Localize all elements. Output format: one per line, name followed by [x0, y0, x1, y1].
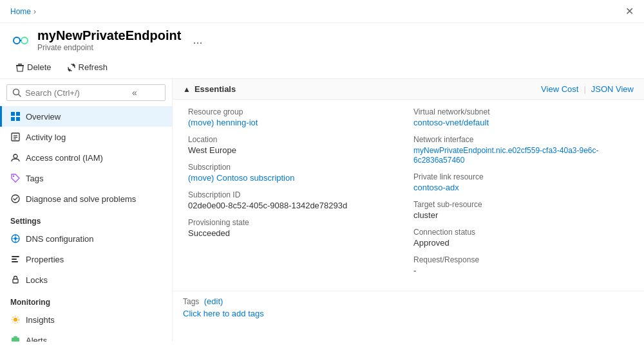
refresh-button[interactable]: Refresh — [62, 60, 113, 75]
view-cost-link[interactable]: View Cost — [541, 84, 578, 94]
field-virtual-network: Virtual network/subnet contoso-vnet/defa… — [413, 107, 629, 127]
virtual-network-value: contoso-vnet/default — [413, 118, 629, 127]
request-response-value: - — [413, 266, 629, 275]
breadcrumb-separator: › — [33, 7, 36, 16]
refresh-label: Refresh — [79, 62, 108, 72]
resource-group-link[interactable]: henning-iot — [216, 118, 258, 127]
svg-rect-28 — [12, 338, 19, 341]
sidebar-item-alerts[interactable]: Alerts — [0, 330, 172, 341]
sidebar-item-diagnose[interactable]: Diagnose and solve problems — [0, 188, 172, 209]
svg-rect-24 — [12, 261, 18, 262]
tags-section: Tags (edit) Click here to add tags — [173, 291, 644, 326]
location-value: West Europe — [188, 145, 403, 155]
essentials-label: Essentials — [194, 84, 236, 94]
svg-point-15 — [14, 154, 17, 158]
alerts-icon — [10, 335, 21, 341]
svg-rect-4 — [18, 64, 22, 65]
tags-edit-link[interactable]: (edit) — [204, 296, 223, 306]
connection-status-label: Connection status — [413, 228, 629, 237]
ellipsis-button[interactable]: ... — [190, 33, 205, 47]
subscription-id-label: Subscription ID — [188, 190, 403, 199]
sidebar-item-dns-config[interactable]: DNS configuration — [0, 228, 172, 249]
svg-rect-29 — [14, 336, 17, 338]
breadcrumb-home[interactable]: Home — [10, 7, 31, 16]
access-control-icon — [10, 152, 21, 163]
svg-point-16 — [13, 176, 14, 177]
svg-rect-22 — [12, 256, 19, 257]
move-subscription-link[interactable]: (move) — [188, 173, 216, 183]
resource-icon — [10, 30, 31, 51]
toolbar: Delete Refresh — [0, 56, 644, 79]
subscription-link[interactable]: Contoso subscription — [216, 173, 294, 183]
svg-rect-9 — [11, 117, 15, 121]
insights-icon — [10, 314, 21, 325]
breadcrumb: Home › — [10, 7, 36, 16]
field-resource-group: Resource group (move) henning-iot — [188, 107, 403, 127]
tags-icon — [10, 173, 21, 183]
tags-label-text: Tags — [183, 297, 199, 306]
target-sub-resource-label: Target sub-resource — [413, 200, 629, 209]
add-tags-link[interactable]: Click here to add tags — [183, 309, 264, 318]
refresh-icon — [67, 63, 76, 72]
svg-line-6 — [19, 95, 21, 97]
sidebar-item-activity-log-label: Activity log — [26, 132, 66, 142]
search-input[interactable] — [25, 88, 128, 98]
svg-point-1 — [21, 37, 28, 44]
sidebar: « Overview — [0, 79, 173, 341]
svg-point-0 — [14, 37, 20, 44]
private-link-resource-value: contoso-adx — [413, 183, 629, 192]
delete-label: Delete — [27, 62, 52, 72]
resource-name: myNewPrivateEndpoint — [37, 28, 181, 43]
settings-section-title: Settings — [0, 209, 172, 228]
sidebar-item-diagnose-label: Diagnose and solve problems — [26, 194, 136, 204]
resource-type: Private endpoint — [37, 43, 181, 52]
search-box: « — [6, 84, 166, 101]
main-layout: « Overview — [0, 79, 644, 341]
tags-section-label: Tags (edit) — [183, 296, 634, 306]
field-request-response: Request/Response - — [413, 255, 629, 275]
close-button[interactable]: ✕ — [625, 5, 634, 17]
sidebar-item-access-control-label: Access control (IAM) — [26, 153, 103, 163]
resource-group-value: (move) henning-iot — [188, 118, 403, 127]
delete-button[interactable]: Delete — [10, 60, 57, 75]
subscription-label: Subscription — [188, 163, 403, 172]
sidebar-item-locks[interactable]: Locks — [0, 269, 172, 290]
request-response-label: Request/Response — [413, 255, 629, 264]
network-interface-link[interactable]: myNewPrivateEndpoint.nic.e02cf559-cfa3-4… — [413, 146, 599, 165]
collapse-sidebar-button[interactable]: « — [132, 87, 137, 98]
move-resource-group-link[interactable]: (move) — [188, 118, 216, 127]
sidebar-item-alerts-label: Alerts — [26, 336, 47, 342]
sidebar-item-overview[interactable]: Overview — [0, 106, 172, 127]
private-link-resource-link[interactable]: contoso-adx — [413, 183, 459, 192]
sidebar-item-activity-log[interactable]: Activity log — [0, 127, 172, 147]
sidebar-item-overview-label: Overview — [26, 112, 61, 122]
field-location: Location West Europe — [188, 135, 403, 155]
field-target-sub-resource: Target sub-resource cluster — [413, 200, 629, 220]
svg-rect-25 — [13, 279, 18, 283]
sidebar-item-access-control[interactable]: Access control (IAM) — [0, 147, 172, 168]
sidebar-item-insights[interactable]: Insights — [0, 309, 172, 330]
sidebar-item-tags[interactable]: Tags — [0, 168, 172, 188]
svg-rect-10 — [16, 117, 20, 121]
sidebar-item-properties[interactable]: Properties — [0, 249, 172, 269]
svg-rect-8 — [16, 112, 20, 116]
locks-icon — [10, 275, 21, 285]
network-interface-label: Network interface — [413, 135, 629, 144]
virtual-network-link[interactable]: contoso-vnet/default — [413, 118, 489, 127]
resource-group-label: Resource group — [188, 107, 403, 116]
delete-icon — [15, 63, 24, 72]
divider: | — [583, 84, 585, 94]
essentials-actions: View Cost | JSON View — [541, 84, 634, 94]
content-area: ▲ Essentials View Cost | JSON View Resou… — [173, 79, 644, 341]
top-bar: Home › ✕ — [0, 0, 644, 23]
overview-icon — [10, 111, 21, 122]
json-view-link[interactable]: JSON View — [591, 84, 634, 94]
essentials-grid: Resource group (move) henning-iot Locati… — [173, 100, 644, 291]
field-subscription-id: Subscription ID 02de0e00-8c52-405c-9088-… — [188, 190, 403, 210]
virtual-network-label: Virtual network/subnet — [413, 107, 629, 116]
field-subscription: Subscription (move) Contoso subscription — [188, 163, 403, 183]
search-icon — [12, 88, 21, 97]
connection-status-value: Approved — [413, 238, 629, 248]
sidebar-item-locks-label: Locks — [26, 275, 48, 285]
provisioning-state-label: Provisioning state — [188, 218, 403, 227]
